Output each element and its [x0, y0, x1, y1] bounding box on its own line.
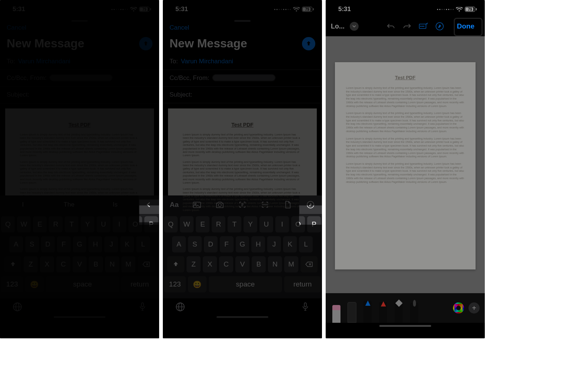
cancel-button[interactable]: Cancel	[163, 22, 322, 37]
key-i[interactable]: I	[275, 216, 289, 232]
add-shape-button[interactable]: +	[469, 302, 480, 314]
key-w[interactable]: W	[180, 216, 194, 232]
attach-file-button[interactable]	[276, 195, 299, 214]
key-v[interactable]: V	[235, 256, 249, 272]
key-u[interactable]: U	[97, 216, 110, 232]
marker-tool-red[interactable]	[377, 299, 389, 323]
key-x[interactable]: X	[40, 256, 54, 272]
key-a[interactable]: A	[9, 236, 23, 252]
send-button[interactable]	[139, 37, 152, 50]
key-b[interactable]: B	[89, 256, 103, 272]
key-u[interactable]: U	[259, 216, 273, 232]
pen-tool-blue[interactable]	[362, 299, 373, 323]
text-format-button[interactable]: Aa	[163, 195, 185, 214]
to-field[interactable]: To:Varun Mirchandani	[0, 53, 159, 70]
space-key[interactable]: space	[46, 276, 119, 292]
send-button[interactable]	[302, 37, 315, 50]
backspace-key[interactable]	[138, 256, 155, 272]
key-y[interactable]: Y	[244, 216, 257, 232]
key-e[interactable]: E	[196, 216, 209, 232]
key-m[interactable]: M	[121, 256, 135, 272]
key-n[interactable]: N	[268, 256, 282, 272]
subject-field[interactable]: Subject:	[0, 87, 159, 103]
globe-icon[interactable]	[175, 302, 185, 312]
key-h[interactable]: H	[88, 236, 102, 252]
keyboard[interactable]: QWERTYUIOP ASDFGHJKL ZXCVBNM 123 😀 space…	[163, 214, 322, 298]
file-title[interactable]: Lo...	[331, 23, 345, 30]
key-j[interactable]: J	[104, 236, 118, 252]
pdf-attachment-preview[interactable]: Test PDF Lorem Ipsum is simply dummy tex…	[168, 108, 317, 195]
key-n[interactable]: N	[105, 256, 119, 272]
redo-button[interactable]	[402, 23, 413, 30]
photo-library-button[interactable]	[185, 195, 208, 214]
key-v[interactable]: V	[73, 256, 87, 272]
home-indicator[interactable]	[216, 316, 268, 318]
key-a[interactable]: A	[172, 236, 186, 252]
key-i[interactable]: I	[113, 216, 126, 232]
eraser-tool[interactable]	[331, 299, 342, 323]
emoji-key[interactable]: 😀	[25, 276, 44, 292]
key-f[interactable]: F	[57, 236, 71, 252]
key-d[interactable]: D	[204, 236, 218, 252]
return-key[interactable]: return	[121, 276, 158, 292]
key-s[interactable]: S	[188, 236, 202, 252]
cancel-button[interactable]: Cancel	[0, 22, 159, 37]
key-x[interactable]: X	[203, 256, 217, 272]
key-d[interactable]: D	[41, 236, 55, 252]
key-k[interactable]: K	[283, 236, 297, 252]
markup-canvas[interactable]: Test PDF Lorem Ipsum is simply dummy tex…	[326, 36, 485, 293]
key-t[interactable]: T	[65, 216, 78, 232]
key-b[interactable]: B	[252, 256, 266, 272]
scan-document-button[interactable]	[254, 195, 276, 214]
color-picker[interactable]	[453, 302, 464, 314]
shift-key[interactable]	[4, 256, 21, 272]
key-y[interactable]: Y	[81, 216, 94, 232]
backspace-key[interactable]	[301, 256, 318, 272]
space-key[interactable]: space	[209, 276, 282, 292]
key-z[interactable]: Z	[187, 256, 201, 272]
shift-key[interactable]	[167, 256, 184, 272]
to-recipient[interactable]: Varun Mirchandani	[18, 58, 70, 65]
key-z[interactable]: Z	[24, 256, 38, 272]
key-c[interactable]: C	[56, 256, 70, 272]
key-m[interactable]: M	[284, 256, 298, 272]
numbers-key[interactable]: 123	[1, 276, 23, 292]
keyboard[interactable]: QWERTYUIOP ASDFGHJKL ZXCVBNM 123 😀 space…	[0, 214, 159, 298]
key-f[interactable]: F	[220, 236, 234, 252]
markup-toggle[interactable]	[434, 22, 445, 31]
suggestion-3[interactable]: Is	[92, 195, 138, 214]
key-c[interactable]: C	[219, 256, 233, 272]
key-e[interactable]: E	[33, 216, 47, 232]
key-t[interactable]: T	[228, 216, 241, 232]
home-indicator[interactable]	[54, 316, 105, 318]
return-key[interactable]: return	[284, 276, 321, 292]
home-indicator[interactable]	[379, 325, 431, 327]
ccbcc-field[interactable]: Cc/Bcc, From:	[163, 70, 322, 87]
mic-icon[interactable]	[138, 302, 147, 312]
key-j[interactable]: J	[267, 236, 281, 252]
key-q[interactable]: Q	[1, 216, 15, 232]
emoji-key[interactable]: 😀	[188, 276, 207, 292]
key-k[interactable]: K	[120, 236, 134, 252]
pdf-attachment-preview[interactable]: Test PDF Lorem Ipsum is simply dummy tex…	[5, 108, 154, 195]
ccbcc-field[interactable]: Cc/Bcc, From:	[0, 70, 159, 87]
key-g[interactable]: G	[236, 236, 249, 252]
subject-field[interactable]: Subject:	[163, 87, 322, 103]
key-r[interactable]: R	[212, 216, 225, 232]
suggestion-2[interactable]: The	[46, 195, 93, 214]
key-l[interactable]: L	[299, 236, 313, 252]
key-l[interactable]: L	[136, 236, 150, 252]
ruler-tool[interactable]	[346, 299, 357, 323]
mic-icon[interactable]	[301, 302, 309, 312]
pencil-tool[interactable]	[409, 299, 420, 323]
key-h[interactable]: H	[251, 236, 265, 252]
scan-text-button[interactable]	[231, 195, 254, 214]
suggestion-1[interactable]: I	[0, 195, 46, 214]
key-q[interactable]: Q	[164, 216, 178, 232]
autofill-button[interactable]	[418, 23, 429, 30]
key-g[interactable]: G	[73, 236, 87, 252]
to-field[interactable]: To:Varun Mirchandani	[163, 53, 322, 70]
numbers-key[interactable]: 123	[164, 276, 186, 292]
camera-button[interactable]	[208, 195, 231, 214]
undo-button[interactable]	[385, 23, 396, 30]
